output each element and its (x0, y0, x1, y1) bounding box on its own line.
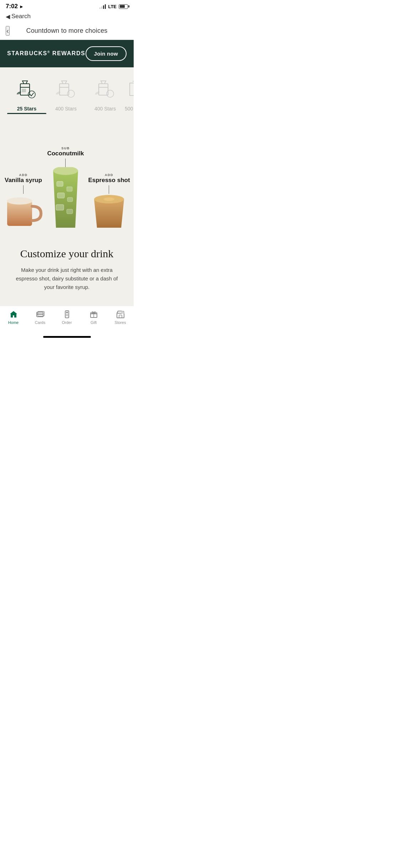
star-icon-25 (12, 74, 41, 103)
svg-point-20 (104, 197, 114, 201)
customize-section: Customize your drink Make your drink jus… (0, 237, 134, 306)
short-cup-svg (91, 194, 127, 229)
svg-rect-16 (67, 197, 73, 202)
lte-label: LTE (108, 4, 117, 9)
bottom-nav: Home Cards Order (0, 306, 134, 333)
svg-point-6 (55, 91, 61, 95)
battery-icon (119, 4, 128, 9)
svg-rect-27 (66, 314, 68, 315)
coconutmilk-label: SUB Coconutmilk (47, 146, 84, 157)
svg-point-37 (123, 312, 123, 312)
star-label-400a: 400 Stars (55, 106, 77, 112)
nav-item-home[interactable]: Home (3, 310, 24, 325)
tall-cup-svg (50, 167, 82, 229)
stores-label: Stores (115, 320, 126, 325)
espresso-connector (109, 185, 109, 194)
drink-center: SUB Coconutmilk (47, 146, 84, 229)
status-bar: 7:02 ► LTE (0, 0, 134, 11)
mug-svg (4, 194, 43, 229)
svg-rect-14 (67, 187, 72, 191)
svg-point-3 (16, 91, 21, 95)
back-arrow-icon[interactable]: ◀ (6, 13, 10, 20)
page-title: Countdown to more choices (26, 27, 107, 35)
page-back-button[interactable]: ‹ (6, 26, 10, 36)
star-item-500[interactable]: 500 Stars (125, 74, 134, 119)
drink-section: ADD Vanilla syrup (0, 119, 134, 237)
rewards-title: STARBUCKS® REWARDS (7, 50, 85, 57)
status-indicators: LTE (99, 4, 128, 9)
svg-rect-18 (67, 209, 73, 214)
customize-description: Make your drink just right with an extra… (14, 266, 120, 291)
coconut-connector (65, 159, 66, 167)
cards-icon (36, 310, 45, 319)
svg-rect-13 (57, 181, 63, 186)
search-link[interactable]: Search (11, 13, 31, 20)
page-title-bar: ‹ Countdown to more choices (0, 23, 134, 40)
svg-rect-24 (37, 314, 43, 315)
svg-rect-1 (22, 89, 26, 92)
espresso-label: ADD Espresso shot (88, 173, 130, 184)
nav-item-order[interactable]: Order (56, 310, 78, 325)
home-indicator-container (0, 333, 134, 341)
svg-rect-34 (119, 315, 122, 318)
nav-bar: ◀ Search (0, 11, 134, 23)
svg-point-26 (66, 312, 68, 314)
star-item-25[interactable]: 25 Stars (7, 74, 46, 119)
gift-icon (89, 310, 98, 319)
status-time: 7:02 ► (6, 3, 24, 10)
home-label: Home (8, 320, 19, 325)
svg-rect-17 (56, 205, 64, 210)
vanilla-syrup-label: ADD Vanilla syrup (5, 173, 42, 184)
star-icon-400b (91, 74, 119, 103)
vanilla-connector (23, 185, 24, 194)
star-icon-500 (125, 74, 134, 103)
star-item-400b[interactable]: 400 Stars (86, 74, 125, 119)
star-item-400a[interactable]: 400 Stars (46, 74, 86, 119)
customize-title: Customize your drink (9, 247, 125, 260)
svg-marker-21 (10, 311, 17, 317)
signal-icon (99, 4, 106, 9)
svg-rect-10 (7, 201, 32, 226)
order-icon (62, 310, 72, 319)
nav-item-stores[interactable]: Stores (110, 310, 131, 325)
svg-point-11 (7, 197, 32, 205)
home-icon (9, 310, 18, 319)
rewards-banner: STARBUCKS® REWARDS Join now (0, 40, 134, 67)
stars-scroll: 25 Stars 400 Stars (0, 74, 134, 119)
order-label: Order (62, 320, 72, 325)
join-now-button[interactable]: Join now (86, 46, 127, 61)
drink-illustration: ADD Vanilla syrup (7, 130, 127, 229)
stars-section: 25 Stars 400 Stars (0, 67, 134, 119)
star-underline-25 (7, 113, 46, 114)
drink-right: ADD Espresso shot (88, 173, 130, 229)
nav-item-cards[interactable]: Cards (30, 310, 51, 325)
stores-icon (116, 310, 125, 319)
star-label-400b: 400 Stars (94, 106, 116, 112)
cards-label: Cards (35, 320, 45, 325)
star-label-25: 25 Stars (17, 106, 36, 112)
drink-left: ADD Vanilla syrup (4, 173, 43, 229)
svg-point-9 (94, 91, 100, 95)
star-icon-400a (52, 74, 80, 103)
home-indicator (43, 336, 91, 338)
svg-rect-15 (57, 193, 65, 198)
location-icon: ► (19, 4, 24, 9)
svg-rect-33 (117, 313, 124, 318)
gift-label: Gift (91, 320, 97, 325)
nav-item-gift[interactable]: Gift (83, 310, 104, 325)
svg-rect-28 (66, 316, 68, 316)
star-label-500: 500 Stars (125, 106, 134, 112)
